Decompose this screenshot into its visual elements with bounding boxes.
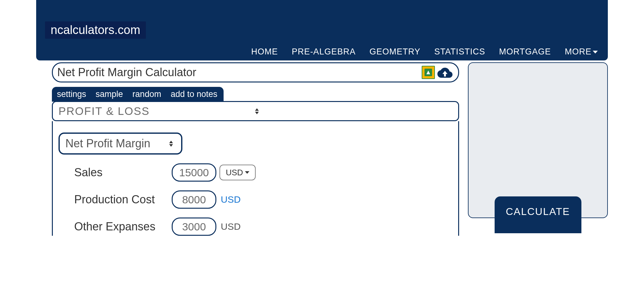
calculate-button[interactable]: CALCULATE (494, 196, 581, 233)
chevron-down-icon (245, 171, 249, 174)
nav-prealgebra[interactable]: PRE-ALGEBRA (292, 47, 356, 57)
row-other-expanses: Other Expanses USD (58, 217, 452, 236)
title-bar: Net Profit Margin Calculator (52, 62, 459, 82)
currency-dropdown[interactable]: USD (219, 165, 256, 180)
form-body: Net Profit Margin Sales USD Production C… (52, 121, 459, 236)
tab-settings[interactable]: settings (57, 89, 86, 99)
brand-logo[interactable]: ncalculators.com (45, 21, 146, 39)
sidebar-panel: CALCULATE (468, 62, 608, 218)
tab-random[interactable]: random (132, 89, 161, 99)
production-cost-input[interactable] (172, 190, 216, 209)
nav-links: HOME PRE-ALGEBRA GEOMETRY STATISTICS MOR… (251, 47, 598, 57)
google-classroom-icon[interactable] (422, 66, 435, 79)
sales-input[interactable] (172, 163, 216, 182)
category-select[interactable]: PROFIT & LOSS (52, 101, 459, 121)
nav-mortgage[interactable]: MORTGAGE (499, 47, 551, 57)
sort-icon (255, 108, 452, 115)
navbar: ncalculators.com HOME PRE-ALGEBRA GEOMET… (36, 0, 608, 60)
nav-more[interactable]: MORE (565, 47, 598, 57)
other-expanses-label: Other Expanses (74, 220, 172, 233)
production-cost-label: Production Cost (74, 193, 172, 206)
tab-add-to-notes[interactable]: add to notes (171, 89, 218, 99)
row-sales: Sales USD (58, 163, 452, 182)
tabs: settings sample random add to notes (52, 87, 224, 102)
currency-text: USD (221, 194, 241, 205)
currency-label: USD (226, 168, 243, 178)
currency-text: USD (221, 221, 241, 232)
nav-home[interactable]: HOME (251, 47, 278, 57)
page-title: Net Profit Margin Calculator (57, 66, 422, 79)
cloud-download-icon[interactable] (437, 66, 452, 78)
row-production-cost: Production Cost USD (58, 190, 452, 209)
nav-geometry[interactable]: GEOMETRY (369, 47, 420, 57)
subcategory-label: Net Profit Margin (65, 137, 150, 150)
nav-more-label: MORE (565, 47, 591, 56)
nav-statistics[interactable]: STATISTICS (434, 47, 485, 57)
sort-icon (169, 140, 174, 147)
sales-label: Sales (74, 166, 172, 179)
subcategory-select[interactable]: Net Profit Margin (58, 133, 182, 155)
category-label: PROFIT & LOSS (58, 105, 255, 117)
other-expanses-input[interactable] (172, 217, 216, 236)
chevron-down-icon (593, 51, 598, 54)
tab-sample[interactable]: sample (96, 89, 123, 99)
